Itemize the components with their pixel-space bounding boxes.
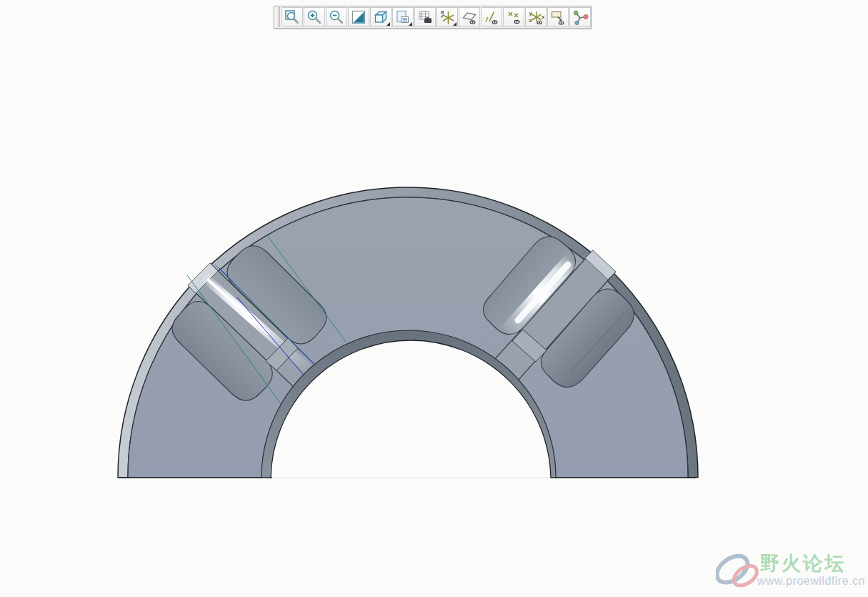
zoom-window-icon: [284, 9, 301, 26]
spin-center-toggle-icon: [572, 9, 589, 26]
dropdown-caret: [409, 22, 412, 26]
named-views-button[interactable]: [370, 7, 391, 27]
watermark-logo-icon: [716, 549, 760, 593]
zoom-in-button[interactable]: [304, 7, 325, 27]
axis-display-toggle-icon: [483, 9, 500, 26]
axis-display-button[interactable]: [481, 7, 502, 27]
svg-text:z: z: [529, 18, 532, 24]
half-ring-part: [0, 0, 868, 597]
csys-display-button[interactable]: y z x: [525, 7, 547, 27]
annotation-display-button[interactable]: [547, 7, 569, 27]
zoom-out-icon: [328, 9, 345, 26]
csys-display-toggle-icon: y z x: [527, 9, 544, 26]
zoom-in-icon: [306, 9, 323, 26]
plane-display-button[interactable]: [459, 7, 480, 27]
zoom-out-button[interactable]: [326, 7, 347, 27]
cad-canvas[interactable]: y z x: [0, 0, 868, 597]
watermark-title: 野火论坛: [760, 551, 866, 576]
svg-text:y: y: [529, 11, 533, 16]
dropdown-caret: [386, 22, 390, 26]
datum-display-button[interactable]: [437, 7, 458, 27]
spin-center-button[interactable]: [569, 7, 591, 27]
point-display-button[interactable]: [503, 7, 524, 27]
watermark: 野火论坛 www.proewildfire.cn: [716, 549, 866, 593]
refit-icon: [350, 9, 367, 26]
plane-display-toggle-icon: [461, 9, 478, 26]
layers-table-camera-icon: [416, 9, 434, 26]
point-display-toggle-icon: [505, 9, 522, 26]
svg-text:x: x: [542, 14, 544, 20]
toolbar-grip[interactable]: [275, 7, 280, 27]
view-toolbar: y z x: [274, 6, 592, 29]
dropdown-caret: [453, 22, 457, 26]
annotation-display-toggle-icon: [549, 9, 567, 26]
refit-button[interactable]: [348, 7, 369, 27]
layers-button[interactable]: [414, 7, 436, 27]
watermark-url[interactable]: www.proewildfire.cn: [757, 575, 866, 588]
zoom-window-button[interactable]: [281, 7, 303, 27]
view-manager-button[interactable]: [392, 7, 414, 27]
